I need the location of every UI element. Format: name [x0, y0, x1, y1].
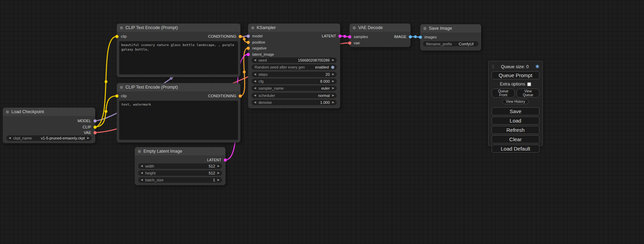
scheduler-widget[interactable]: ◀ scheduler normal ▶: [252, 93, 337, 98]
widget-value: enabled: [307, 65, 329, 69]
collapse-dot-icon[interactable]: [6, 110, 9, 114]
positive-input-port[interactable]: [247, 41, 250, 44]
latent-image-input-label: latent_image: [252, 52, 274, 57]
conditioning-output-port[interactable]: [239, 94, 242, 98]
model-input-port[interactable]: [247, 35, 250, 38]
steps-widget[interactable]: ◀ steps 20 ▶: [252, 72, 337, 77]
widget-value: 156680208700286: [269, 58, 330, 62]
drag-handle-icon[interactable]: ⣿: [492, 64, 494, 69]
filename-prefix-widget[interactable]: filename_prefix ComfyUI: [423, 41, 478, 46]
empty-latent-image-node[interactable]: Empty Latent Image LATENT ◀ width 512 ▶ …: [135, 147, 226, 185]
vae-decode-node[interactable]: VAE Decode samples IMAGE vae: [350, 24, 411, 47]
ckpt-name-widget[interactable]: ◀ ckpt_name v1-5-pruned-emaonly.ckpt ▶: [6, 135, 92, 141]
decrement-arrow-icon[interactable]: ◀: [254, 57, 256, 63]
widget-label: filename_prefix: [426, 42, 452, 46]
widget-value: normal: [277, 93, 330, 98]
samples-input-port[interactable]: [348, 35, 351, 38]
decrement-arrow-icon[interactable]: ◀: [141, 170, 143, 176]
node-title: CLIP Text Encode (Prompt): [125, 25, 178, 30]
collapse-dot-icon[interactable]: [353, 26, 356, 29]
clip-input-port[interactable]: [115, 35, 118, 38]
toggle-indicator-icon[interactable]: [331, 66, 334, 69]
increment-arrow-icon[interactable]: ▶: [332, 57, 334, 63]
sampler-name-widget[interactable]: ◀ sampler_name euler ▶: [252, 85, 337, 91]
node-title-bar[interactable]: Load Checkpoint: [3, 108, 95, 116]
wire-midpoint-dot: [170, 77, 173, 80]
cfg-widget[interactable]: ◀ cfg 8.000 ▶: [252, 79, 337, 84]
decrement-arrow-icon[interactable]: ◀: [254, 85, 256, 91]
increment-arrow-icon[interactable]: ▶: [218, 170, 220, 176]
slot-row: clip CONDITIONING: [117, 93, 240, 99]
widget-label: cfg: [258, 79, 264, 83]
node-title-bar[interactable]: VAE Decode: [350, 24, 411, 32]
increment-arrow-icon[interactable]: ▶: [218, 163, 220, 169]
increment-arrow-icon[interactable]: ▶: [332, 85, 334, 91]
clip-output-port[interactable]: [94, 126, 97, 129]
node-title-bar[interactable]: CLIP Text Encode (Prompt): [117, 83, 240, 91]
random-seed-toggle-widget[interactable]: Random seed after every gen enabled: [252, 64, 337, 70]
images-input-port[interactable]: [419, 36, 422, 39]
queue-prompt-button[interactable]: Queue Prompt: [492, 71, 539, 79]
clip-input-port[interactable]: [115, 94, 118, 98]
collapse-dot-icon[interactable]: [138, 150, 141, 153]
settings-gear-icon[interactable]: ✱: [535, 64, 539, 69]
decrement-arrow-icon[interactable]: ◀: [9, 135, 11, 141]
latent-image-input-port[interactable]: [247, 53, 250, 56]
extra-options-row: Extra options: [492, 82, 539, 87]
decrement-arrow-icon[interactable]: ◀: [254, 79, 256, 84]
ksampler-node[interactable]: KSampler model LATENT positive negative …: [248, 24, 340, 108]
extra-options-checkbox[interactable]: [527, 82, 531, 86]
clip-text-encode-positive-node[interactable]: CLIP Text Encode (Prompt) clip CONDITION…: [117, 24, 240, 77]
negative-prompt-textarea[interactable]: text, watermark: [119, 101, 238, 140]
latent-output-port[interactable]: [338, 35, 342, 38]
view-history-button[interactable]: View History: [502, 99, 528, 104]
decrement-arrow-icon[interactable]: ◀: [141, 177, 143, 183]
save-image-node[interactable]: Save Image images filename_prefix ComfyU…: [420, 24, 481, 51]
save-button[interactable]: Save: [492, 107, 539, 115]
extra-options-label: Extra options: [500, 82, 525, 87]
node-title-bar[interactable]: Empty Latent Image: [135, 147, 226, 155]
increment-arrow-icon[interactable]: ▶: [332, 79, 334, 84]
decrement-arrow-icon[interactable]: ◀: [141, 163, 143, 169]
wire-midpoint-dot: [105, 110, 107, 113]
increment-arrow-icon[interactable]: ▶: [218, 177, 220, 183]
collapse-dot-icon[interactable]: [120, 86, 123, 89]
node-title-bar[interactable]: CLIP Text Encode (Prompt): [117, 24, 240, 32]
node-title-bar[interactable]: Save Image: [420, 24, 481, 33]
slot-row: vae: [350, 40, 411, 46]
denoise-widget[interactable]: ◀ denoise 1.000 ▶: [252, 100, 337, 105]
height-widget[interactable]: ◀ height 512 ▶: [138, 170, 222, 176]
load-default-button[interactable]: Load Default: [492, 145, 539, 153]
refresh-button[interactable]: Refresh: [492, 126, 539, 134]
image-output-port[interactable]: [409, 35, 412, 38]
increment-arrow-icon[interactable]: ▶: [332, 93, 334, 98]
vae-output-port[interactable]: [94, 131, 97, 134]
decrement-arrow-icon[interactable]: ◀: [254, 72, 256, 77]
increment-arrow-icon[interactable]: ▶: [87, 135, 89, 141]
decrement-arrow-icon[interactable]: ◀: [254, 93, 256, 98]
clip-text-encode-negative-node[interactable]: CLIP Text Encode (Prompt) clip CONDITION…: [117, 83, 240, 143]
clear-button[interactable]: Clear: [492, 135, 539, 143]
queue-front-button[interactable]: Queue Front: [492, 89, 515, 98]
increment-arrow-icon[interactable]: ▶: [332, 100, 334, 105]
vae-input-port[interactable]: [348, 42, 351, 45]
node-title-bar[interactable]: KSampler: [248, 24, 340, 32]
positive-prompt-textarea[interactable]: beautiful scenery nature glass bottle la…: [119, 41, 238, 74]
seed-widget[interactable]: ◀ seed 156680208700286 ▶: [252, 57, 337, 63]
widget-value: 512: [157, 164, 215, 168]
collapse-dot-icon[interactable]: [423, 27, 426, 30]
view-queue-button[interactable]: View Queue: [517, 89, 539, 98]
width-widget[interactable]: ◀ width 512 ▶: [138, 163, 222, 169]
increment-arrow-icon[interactable]: ▶: [332, 72, 334, 77]
batch-size-widget[interactable]: ◀ batch_size 1 ▶: [138, 177, 222, 183]
load-button[interactable]: Load: [492, 117, 539, 125]
latent-output-port[interactable]: [224, 159, 227, 162]
conditioning-output-port[interactable]: [239, 35, 242, 38]
comfy-menu-panel[interactable]: ⣿ Queue size: 0 ✱ Queue Prompt Extra opt…: [488, 61, 543, 146]
negative-input-port[interactable]: [247, 47, 250, 50]
load-checkpoint-node[interactable]: Load Checkpoint MODEL CLIP VAE ◀ ckpt_na…: [3, 108, 95, 143]
collapse-dot-icon[interactable]: [120, 26, 123, 29]
decrement-arrow-icon[interactable]: ◀: [254, 100, 256, 105]
model-output-port[interactable]: [94, 119, 97, 123]
collapse-dot-icon[interactable]: [251, 26, 254, 29]
